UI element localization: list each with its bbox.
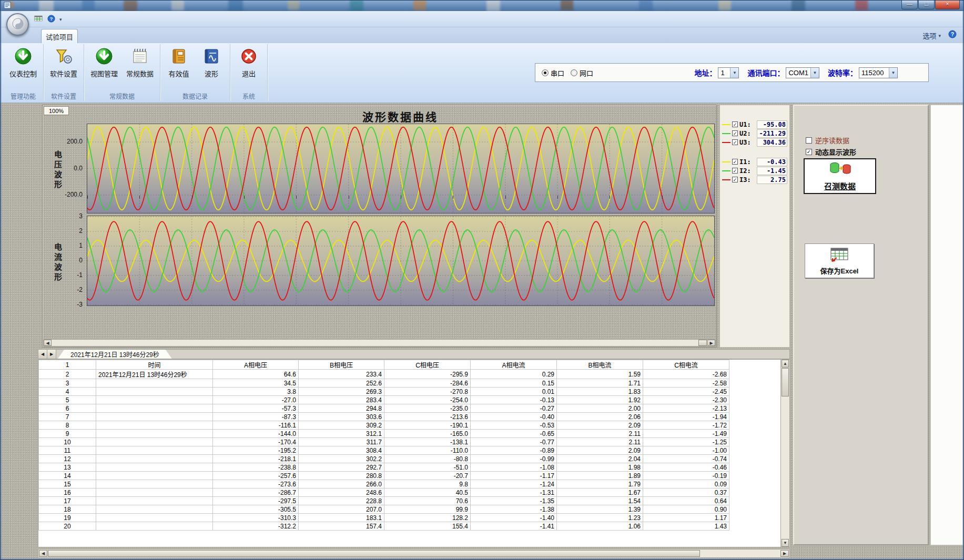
- data-cell[interactable]: 2.09: [557, 421, 643, 430]
- sheet-prev-icon[interactable]: ◀: [38, 350, 47, 359]
- chart-scroll-left-icon[interactable]: ◀: [44, 340, 52, 346]
- data-cell[interactable]: 183.1: [299, 514, 384, 522]
- data-cell[interactable]: -257.6: [213, 472, 299, 480]
- data-cell[interactable]: -254.0: [384, 396, 471, 404]
- data-cell[interactable]: -1.17: [471, 472, 557, 480]
- data-cell[interactable]: 0.15: [471, 379, 557, 388]
- data-cell[interactable]: -0.27: [471, 404, 557, 413]
- data-cell[interactable]: -57.3: [213, 404, 299, 413]
- network-radio-circle[interactable]: [571, 69, 577, 76]
- data-cell[interactable]: 2.09: [557, 446, 643, 455]
- app-menu-button[interactable]: [6, 13, 29, 36]
- address-select[interactable]: 1 ▼: [718, 67, 739, 78]
- excel-quick-icon[interactable]: [34, 15, 43, 25]
- time-cell[interactable]: [96, 446, 213, 455]
- time-cell[interactable]: [96, 463, 213, 472]
- data-cell[interactable]: -0.19: [643, 472, 729, 480]
- time-cell[interactable]: [96, 413, 213, 421]
- data-cell[interactable]: 1.83: [557, 388, 643, 396]
- data-cell[interactable]: 155.4: [384, 522, 471, 531]
- time-cell[interactable]: [96, 404, 213, 413]
- data-cell[interactable]: -1.31: [471, 488, 557, 497]
- legend-checkbox[interactable]: ✓: [732, 177, 738, 182]
- data-cell[interactable]: -213.6: [384, 413, 471, 421]
- data-cell[interactable]: 0.64: [643, 497, 729, 505]
- legend-checkbox[interactable]: ✓: [732, 168, 738, 174]
- data-cell[interactable]: 309.2: [299, 421, 384, 430]
- data-cell[interactable]: 1.17: [643, 514, 729, 522]
- data-cell[interactable]: -270.8: [384, 388, 471, 396]
- data-cell[interactable]: 0.29: [471, 370, 557, 379]
- data-cell[interactable]: 292.7: [299, 463, 384, 472]
- close-button[interactable]: ×: [935, 0, 960, 9]
- port-dropdown-icon[interactable]: ▼: [810, 68, 819, 78]
- time-cell[interactable]: [96, 505, 213, 514]
- table-scroll-up-icon[interactable]: ▲: [782, 360, 789, 368]
- serial-radio-circle[interactable]: [542, 69, 549, 76]
- time-cell[interactable]: [96, 388, 213, 396]
- data-cell[interactable]: 1.67: [557, 488, 643, 497]
- data-cell[interactable]: -284.6: [384, 379, 471, 388]
- data-cell[interactable]: -2.45: [643, 388, 729, 396]
- data-cell[interactable]: -1.00: [643, 446, 729, 455]
- time-cell[interactable]: [96, 497, 213, 505]
- data-cell[interactable]: 280.8: [299, 472, 384, 480]
- save-excel-button[interactable]: 保存为Excel: [805, 243, 874, 278]
- data-cell[interactable]: -0.40: [471, 413, 557, 421]
- data-cell[interactable]: -0.65: [471, 430, 557, 438]
- data-cell[interactable]: -1.35: [471, 497, 557, 505]
- port-select[interactable]: COM1 ▼: [786, 67, 819, 78]
- data-cell[interactable]: 157.4: [299, 522, 384, 531]
- data-cell[interactable]: -1.40: [471, 514, 557, 522]
- time-cell[interactable]: [96, 396, 213, 404]
- data-cell[interactable]: -190.1: [384, 421, 471, 430]
- data-cell[interactable]: -1.72: [643, 421, 729, 430]
- data-cell[interactable]: 266.0: [299, 480, 384, 488]
- time-cell[interactable]: [96, 480, 213, 488]
- bottom-horizontal-scrollbar[interactable]: ◀ ▶: [38, 549, 790, 558]
- help-icon[interactable]: ?: [47, 15, 55, 25]
- data-cell[interactable]: 70.6: [384, 497, 471, 505]
- data-cell[interactable]: 40.5: [384, 488, 471, 497]
- ribbon-button[interactable]: 仪表控制: [5, 44, 41, 78]
- data-cell[interactable]: 311.7: [299, 438, 384, 446]
- time-cell[interactable]: [96, 438, 213, 446]
- ribbon-button[interactable]: 退出: [232, 44, 265, 78]
- data-cell[interactable]: 2.00: [557, 404, 643, 413]
- data-cell[interactable]: 3.8: [213, 388, 299, 396]
- zoom-control[interactable]: 100%: [44, 106, 69, 115]
- time-cell[interactable]: [96, 421, 213, 430]
- table-vertical-scrollbar[interactable]: ▲ ▼: [780, 360, 789, 547]
- data-cell[interactable]: 0.90: [643, 505, 729, 514]
- data-cell[interactable]: -51.0: [384, 463, 471, 472]
- data-cell[interactable]: -87.3: [213, 413, 299, 421]
- data-cell[interactable]: -165.0: [384, 430, 471, 438]
- data-cell[interactable]: 0.37: [643, 488, 729, 497]
- data-cell[interactable]: -286.7: [213, 488, 299, 497]
- data-cell[interactable]: -1.38: [471, 505, 557, 514]
- data-cell[interactable]: 1.54: [557, 497, 643, 505]
- data-cell[interactable]: 1.98: [557, 463, 643, 472]
- data-cell[interactable]: -0.99: [471, 455, 557, 463]
- data-cell[interactable]: 34.5: [213, 379, 299, 388]
- data-cell[interactable]: -116.1: [213, 421, 299, 430]
- data-cell[interactable]: -297.5: [213, 497, 299, 505]
- reverse-read-checkbox[interactable]: 逆序读数据: [806, 135, 849, 145]
- legend-checkbox[interactable]: ✓: [732, 159, 738, 165]
- legend-checkbox[interactable]: ✓: [732, 121, 738, 127]
- time-cell[interactable]: [96, 488, 213, 497]
- data-cell[interactable]: 294.8: [299, 404, 384, 413]
- bottom-scroll-thumb[interactable]: [48, 550, 700, 557]
- ribbon-button[interactable]: 常规数据: [122, 44, 158, 78]
- data-cell[interactable]: 283.4: [299, 396, 384, 404]
- data-cell[interactable]: -27.0: [213, 396, 299, 404]
- data-cell[interactable]: -80.8: [384, 455, 471, 463]
- sheet-tab[interactable]: 2021年12月21日 13时46分29秒: [58, 350, 172, 359]
- data-cell[interactable]: -312.2: [213, 522, 299, 531]
- serial-radio[interactable]: 串口: [542, 68, 564, 78]
- data-cell[interactable]: 99.9: [384, 505, 471, 514]
- data-cell[interactable]: -20.7: [384, 472, 471, 480]
- data-cell[interactable]: -310.3: [213, 514, 299, 522]
- data-cell[interactable]: -2.68: [643, 370, 729, 379]
- qat-dropdown-icon[interactable]: ▾: [59, 17, 62, 22]
